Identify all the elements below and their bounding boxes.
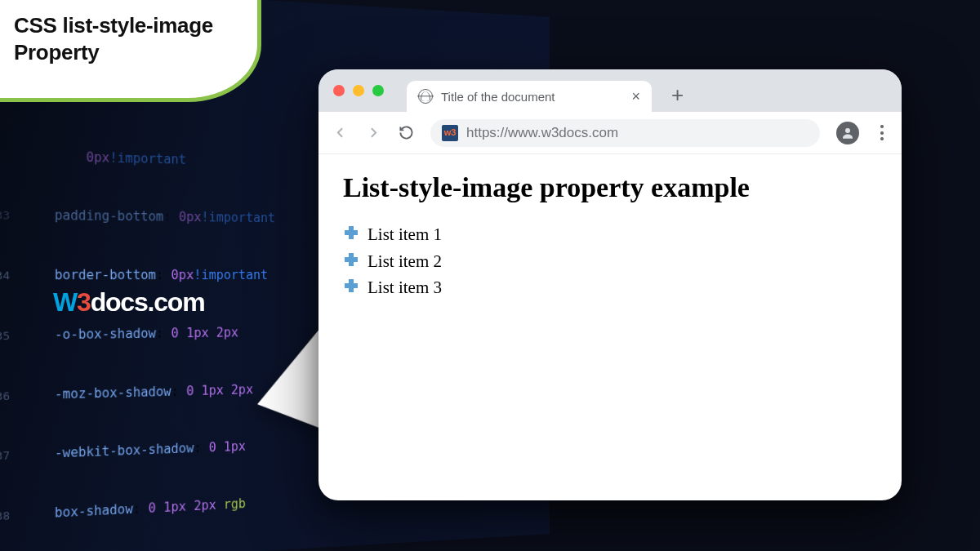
globe-icon [418,89,433,104]
kebab-menu-icon[interactable] [875,125,889,140]
logo-rest: docs.com [91,287,205,317]
list-item: List item 2 [368,248,877,275]
minimize-window-icon[interactable] [353,85,364,96]
headline-bubble: CSS list-style-image Property [0,0,261,102]
url-input[interactable]: w3 https://www.w3docs.com [430,119,820,147]
logo-3: 3 [77,287,91,317]
url-text: https://www.w3docs.com [466,125,618,141]
browser-tab-strip: Title of the document × + [318,69,902,112]
svg-point-0 [845,128,850,133]
reload-icon[interactable] [399,125,414,140]
close-window-icon[interactable] [333,85,345,96]
new-tab-button[interactable]: + [671,82,684,108]
example-list: List item 1 List item 2 List item 3 [343,221,877,301]
w3docs-logo: W3docs.com [53,287,204,318]
page-heading: List-style-image property example [343,172,877,203]
back-icon[interactable] [332,124,349,141]
w3-favicon-icon: w3 [442,125,458,141]
tab-title: Title of the document [441,90,623,104]
close-tab-icon[interactable]: × [631,88,640,105]
browser-tab[interactable]: Title of the document × [407,81,652,112]
window-controls [333,85,384,96]
maximize-window-icon[interactable] [372,85,384,96]
code-lines: 0px!important 233 padding-bottom: 0px!im… [0,104,275,551]
headline-text: CSS list-style-image Property [14,12,231,65]
address-bar: w3 https://www.w3docs.com [318,112,902,154]
page-content: List-style-image property example List i… [318,154,902,319]
logo-w: W [53,287,77,317]
forward-icon[interactable] [365,124,382,141]
list-item: List item 3 [368,274,877,301]
profile-icon[interactable] [836,122,859,144]
list-item: List item 1 [368,221,877,248]
browser-window: Title of the document × + w3 https://www… [318,69,902,500]
